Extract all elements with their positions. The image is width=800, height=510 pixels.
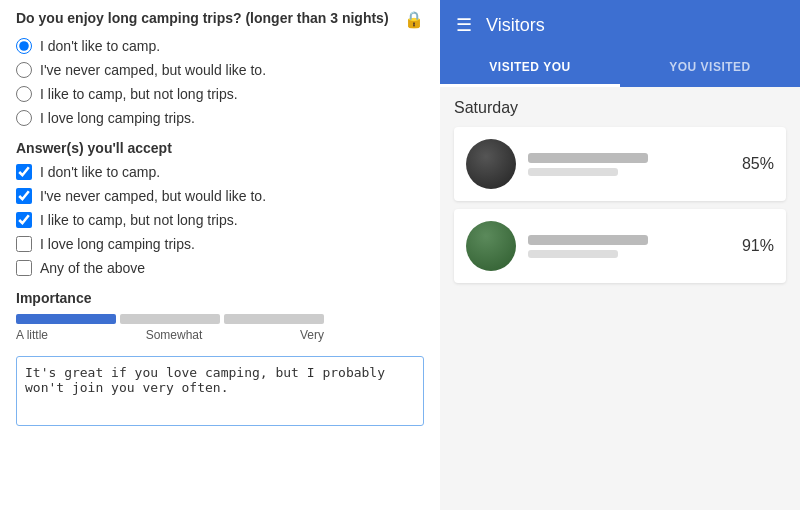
checkbox-label-0: I don't like to camp. — [40, 164, 160, 180]
checkbox-label-3: I love long camping trips. — [40, 236, 195, 252]
radio-label-3: I love long camping trips. — [40, 110, 195, 126]
radio-input-0[interactable] — [16, 38, 32, 54]
visitor-name-1 — [528, 235, 648, 245]
visitor-location-0 — [528, 168, 618, 176]
visitor-percent-0: 85% — [742, 155, 774, 173]
radio-input-3[interactable] — [16, 110, 32, 126]
radio-item-1[interactable]: I've never camped, but would like to. — [16, 62, 424, 78]
importance-label: Importance — [16, 290, 424, 306]
visitor-percent-1: 91% — [742, 237, 774, 255]
checkbox-item-1[interactable]: I've never camped, but would like to. — [16, 188, 424, 204]
checkbox-input-0[interactable] — [16, 164, 32, 180]
radio-item-3[interactable]: I love long camping trips. — [16, 110, 424, 126]
visitor-card-1[interactable]: 91% — [454, 209, 786, 283]
radio-input-2[interactable] — [16, 86, 32, 102]
checkbox-label-2: I like to camp, but not long trips. — [40, 212, 238, 228]
day-label: Saturday — [454, 99, 786, 117]
radio-group: I don't like to camp. I've never camped,… — [16, 38, 424, 126]
text-area-section — [16, 356, 424, 429]
checkbox-item-2[interactable]: I like to camp, but not long trips. — [16, 212, 424, 228]
visitors-content: Saturday 85% 91% — [440, 87, 800, 510]
lock-icon: 🔒 — [404, 10, 424, 29]
radio-label-1: I've never camped, but would like to. — [40, 62, 266, 78]
visitor-card-0[interactable]: 85% — [454, 127, 786, 201]
right-panel: ☰ Visitors VISITED YOU YOU VISITED Satur… — [440, 0, 800, 510]
answers-section-label: Answer(s) you'll accept — [16, 140, 424, 156]
visitors-title: Visitors — [486, 15, 545, 36]
importance-bar-container — [16, 314, 424, 324]
checkbox-input-1[interactable] — [16, 188, 32, 204]
visitor-avatar-1 — [466, 221, 516, 271]
question-title: Do you enjoy long camping trips? (longer… — [16, 10, 424, 26]
visitor-avatar-0 — [466, 139, 516, 189]
radio-label-2: I like to camp, but not long trips. — [40, 86, 238, 102]
checkbox-item-3[interactable]: I love long camping trips. — [16, 236, 424, 252]
importance-segment-0[interactable] — [16, 314, 116, 324]
checkbox-input-4[interactable] — [16, 260, 32, 276]
left-panel: Do you enjoy long camping trips? (longer… — [0, 0, 440, 510]
tab-visited-you[interactable]: VISITED YOU — [440, 50, 620, 87]
checkbox-label-1: I've never camped, but would like to. — [40, 188, 266, 204]
importance-level-2: Very — [300, 328, 324, 342]
visitor-name-0 — [528, 153, 648, 163]
checkbox-group: I don't like to camp. I've never camped,… — [16, 164, 424, 276]
hamburger-icon[interactable]: ☰ — [456, 14, 472, 36]
visitor-info-1 — [528, 235, 732, 258]
checkbox-item-4[interactable]: Any of the above — [16, 260, 424, 276]
checkbox-item-0[interactable]: I don't like to camp. — [16, 164, 424, 180]
visitor-info-0 — [528, 153, 732, 176]
checkbox-input-3[interactable] — [16, 236, 32, 252]
importance-labels: A little Somewhat Very — [16, 328, 324, 342]
radio-item-0[interactable]: I don't like to camp. — [16, 38, 424, 54]
importance-segment-1[interactable] — [120, 314, 220, 324]
checkbox-input-2[interactable] — [16, 212, 32, 228]
radio-label-0: I don't like to camp. — [40, 38, 160, 54]
importance-section: Importance A little Somewhat Very — [16, 290, 424, 342]
visitors-header: ☰ Visitors — [440, 0, 800, 50]
importance-level-1: Somewhat — [146, 328, 203, 342]
radio-input-1[interactable] — [16, 62, 32, 78]
importance-level-0: A little — [16, 328, 48, 342]
radio-item-2[interactable]: I like to camp, but not long trips. — [16, 86, 424, 102]
tab-you-visited[interactable]: YOU VISITED — [620, 50, 800, 87]
visitor-location-1 — [528, 250, 618, 258]
importance-segment-2[interactable] — [224, 314, 324, 324]
question-text: Do you enjoy long camping trips? (longer… — [16, 10, 389, 26]
visitors-tabs: VISITED YOU YOU VISITED — [440, 50, 800, 87]
note-textarea[interactable] — [16, 356, 424, 426]
checkbox-label-4: Any of the above — [40, 260, 145, 276]
